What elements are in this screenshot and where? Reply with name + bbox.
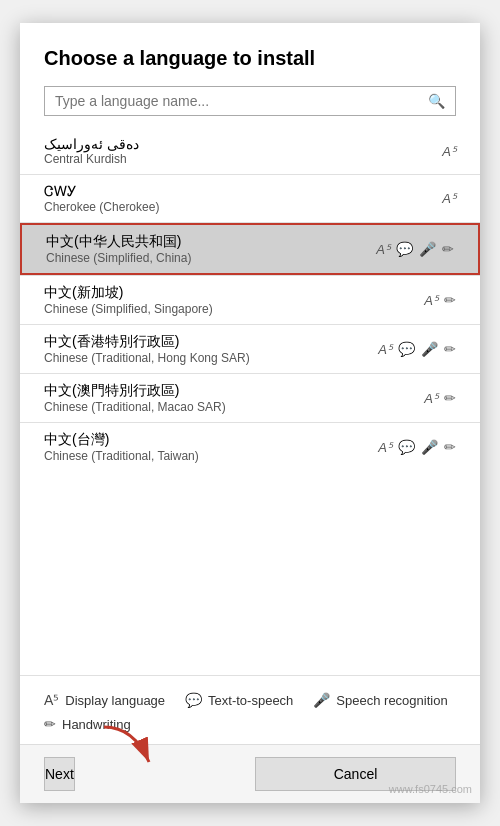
legend-icon: 💬 — [185, 692, 202, 708]
display-lang-icon: A⁵ — [378, 342, 392, 357]
handwriting-icon: ✏ — [442, 241, 454, 257]
language-item[interactable]: 中文(香港特別行政區) Chinese (Traditional, Hong K… — [44, 325, 456, 373]
watermark: www.fs0745.com — [389, 783, 472, 795]
lang-native-name: دەقی ئەوراسیک — [44, 136, 442, 152]
handwriting-icon: ✏ — [444, 292, 456, 308]
lang-native-name: 中文(中华人民共和国) — [46, 233, 376, 251]
lang-icon-group: A⁵💬🎤✏ — [378, 439, 456, 455]
lang-text: ᏣᎳᎩ Cherokee (Cherokee) — [44, 183, 442, 214]
dialog-title: Choose a language to install — [44, 47, 456, 70]
speech-icon: 🎤 — [421, 439, 438, 455]
speech-icon: 🎤 — [419, 241, 436, 257]
lang-english-name: Chinese (Traditional, Macao SAR) — [44, 400, 424, 414]
search-icon: 🔍 — [428, 93, 445, 109]
lang-text: 中文(澳門特別行政區) Chinese (Traditional, Macao … — [44, 382, 424, 414]
legend-item: 🎤 Speech recognition — [313, 692, 447, 708]
display-lang-icon: A⁵ — [376, 242, 390, 257]
search-input[interactable] — [55, 93, 428, 109]
legend-item: 💬 Text-to-speech — [185, 692, 293, 708]
lang-text: 中文(新加坡) Chinese (Simplified, Singapore) — [44, 284, 424, 316]
lang-text: 中文(香港特別行政區) Chinese (Traditional, Hong K… — [44, 333, 378, 365]
legend-item: A⁵ Display language — [44, 692, 165, 708]
lang-english-name: Chinese (Traditional, Taiwan) — [44, 449, 378, 463]
lang-english-name: Cherokee (Cherokee) — [44, 200, 442, 214]
lang-text: 中文(台灣) Chinese (Traditional, Taiwan) — [44, 431, 378, 463]
language-item[interactable]: ᏣᎳᎩ Cherokee (Cherokee) A⁵ — [44, 175, 456, 222]
lang-icon-group: A⁵✏ — [424, 292, 456, 308]
lang-english-name: Chinese (Simplified, China) — [46, 251, 376, 265]
legend-icon: 🎤 — [313, 692, 330, 708]
lang-icon-group: A⁵ — [442, 144, 456, 159]
language-list: دەقی ئەوراسیک Central Kurdish A⁵ ᏣᎳᎩ Che… — [20, 128, 480, 675]
language-item[interactable]: دەقی ئەوراسیک Central Kurdish A⁵ — [44, 128, 456, 174]
lang-icon-group: A⁵💬🎤✏ — [378, 341, 456, 357]
tts-icon: 💬 — [398, 439, 415, 455]
handwriting-icon: ✏ — [444, 439, 456, 455]
lang-text: 中文(中华人民共和国) Chinese (Simplified, China) — [46, 233, 376, 265]
lang-native-name: 中文(香港特別行政區) — [44, 333, 378, 351]
language-item[interactable]: 中文(中华人民共和国) Chinese (Simplified, China) … — [20, 223, 480, 275]
display-lang-icon: A⁵ — [442, 191, 456, 206]
handwriting-icon: ✏ — [444, 390, 456, 406]
search-box: 🔍 — [44, 86, 456, 116]
next-button[interactable]: Next — [44, 757, 75, 791]
lang-native-name: ᏣᎳᎩ — [44, 183, 442, 200]
tts-icon: 💬 — [396, 241, 413, 257]
lang-english-name: Chinese (Traditional, Hong Kong SAR) — [44, 351, 378, 365]
lang-english-name: Chinese (Simplified, Singapore) — [44, 302, 424, 316]
lang-native-name: 中文(澳門特別行政區) — [44, 382, 424, 400]
language-item[interactable]: 中文(台灣) Chinese (Traditional, Taiwan) A⁵💬… — [44, 423, 456, 471]
lang-text: دەقی ئەوراسیک Central Kurdish — [44, 136, 442, 166]
speech-icon: 🎤 — [421, 341, 438, 357]
legend-icon: A⁵ — [44, 692, 59, 708]
display-lang-icon: A⁵ — [378, 440, 392, 455]
display-lang-icon: A⁵ — [424, 293, 438, 308]
display-lang-icon: A⁵ — [424, 391, 438, 406]
legend-label: Handwriting — [62, 717, 131, 732]
tts-icon: 💬 — [398, 341, 415, 357]
legend-label: Speech recognition — [336, 693, 447, 708]
lang-icon-group: A⁵✏ — [424, 390, 456, 406]
lang-native-name: 中文(新加坡) — [44, 284, 424, 302]
language-item[interactable]: 中文(澳門特別行政區) Chinese (Traditional, Macao … — [44, 374, 456, 422]
legend-label: Text-to-speech — [208, 693, 293, 708]
legend-item: ✏ Handwriting — [44, 716, 131, 732]
legend-label: Display language — [65, 693, 165, 708]
lang-english-name: Central Kurdish — [44, 152, 442, 166]
language-item[interactable]: 中文(新加坡) Chinese (Simplified, Singapore) … — [44, 276, 456, 324]
language-install-dialog: Choose a language to install 🔍 دەقی ئەور… — [20, 23, 480, 803]
handwriting-icon: ✏ — [444, 341, 456, 357]
lang-icon-group: A⁵💬🎤✏ — [376, 241, 454, 257]
lang-icon-group: A⁵ — [442, 191, 456, 206]
display-lang-icon: A⁵ — [442, 144, 456, 159]
legend-section: A⁵ Display language 💬 Text-to-speech 🎤 S… — [44, 676, 456, 744]
lang-native-name: 中文(台灣) — [44, 431, 378, 449]
legend-icon: ✏ — [44, 716, 56, 732]
